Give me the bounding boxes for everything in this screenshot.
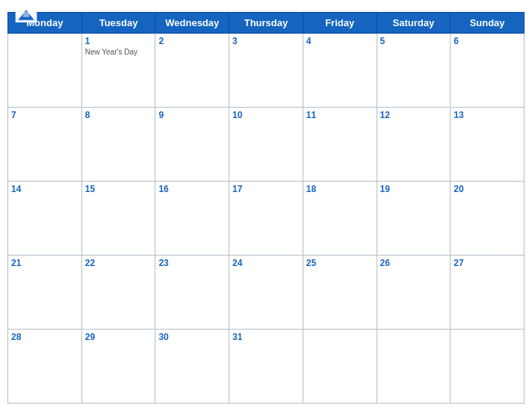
calendar-cell: 7 bbox=[8, 108, 82, 182]
calendar-cell: 6 bbox=[451, 34, 525, 108]
day-number: 10 bbox=[232, 110, 300, 120]
calendar-cell: 11 bbox=[303, 108, 377, 182]
calendar-cell: 1New Year's Day bbox=[81, 34, 155, 108]
day-number: 4 bbox=[306, 36, 374, 46]
day-number: 24 bbox=[232, 258, 300, 268]
weekday-header-saturday: Saturday bbox=[377, 13, 451, 34]
calendar-cell bbox=[451, 330, 525, 404]
day-number: 18 bbox=[306, 184, 374, 194]
calendar-cell bbox=[303, 330, 377, 404]
day-number: 7 bbox=[11, 110, 78, 120]
day-number: 6 bbox=[454, 36, 521, 46]
calendar-cell: 3 bbox=[229, 34, 303, 108]
calendar-cell: 17 bbox=[229, 182, 303, 256]
calendar-cell: 22 bbox=[81, 256, 155, 330]
weekday-header-wednesday: Wednesday bbox=[155, 13, 229, 34]
calendar-table: MondayTuesdayWednesdayThursdayFridaySatu… bbox=[7, 12, 525, 404]
calendar-cell: 16 bbox=[155, 182, 229, 256]
day-number: 27 bbox=[454, 258, 521, 268]
weekday-header-sunday: Sunday bbox=[451, 13, 525, 34]
calendar-cell: 20 bbox=[451, 182, 525, 256]
day-number: 21 bbox=[11, 258, 78, 268]
day-number: 29 bbox=[85, 332, 152, 342]
calendar-cell: 13 bbox=[451, 108, 525, 182]
day-number: 12 bbox=[380, 110, 448, 120]
calendar-cell: 23 bbox=[155, 256, 229, 330]
calendar-cell: 12 bbox=[377, 108, 451, 182]
calendar-cell: 18 bbox=[303, 182, 377, 256]
calendar-cell: 15 bbox=[81, 182, 155, 256]
calendar-cell bbox=[377, 330, 451, 404]
calendar-cell: 31 bbox=[229, 330, 303, 404]
calendar-cell: 10 bbox=[229, 108, 303, 182]
calendar-cell: 4 bbox=[303, 34, 377, 108]
day-number: 9 bbox=[158, 110, 226, 120]
calendar-week-row: 21222324252627 bbox=[8, 256, 525, 330]
calendar-cell: 8 bbox=[81, 108, 155, 182]
day-number: 28 bbox=[11, 332, 78, 342]
day-number: 22 bbox=[85, 258, 152, 268]
day-number: 8 bbox=[85, 110, 152, 120]
generalblue-logo-icon bbox=[15, 7, 37, 22]
calendar-cell: 28 bbox=[8, 330, 82, 404]
day-number: 30 bbox=[158, 332, 226, 342]
calendar-cell: 19 bbox=[377, 182, 451, 256]
day-number: 2 bbox=[158, 36, 226, 46]
weekday-header-tuesday: Tuesday bbox=[81, 13, 155, 34]
day-number: 23 bbox=[158, 258, 226, 268]
day-event: New Year's Day bbox=[85, 48, 152, 56]
calendar-cell: 21 bbox=[8, 256, 82, 330]
day-number: 15 bbox=[85, 184, 152, 194]
day-number: 20 bbox=[454, 184, 521, 194]
calendar-week-row: 1New Year's Day23456 bbox=[8, 34, 525, 108]
calendar-cell: 9 bbox=[155, 108, 229, 182]
day-number: 19 bbox=[380, 184, 448, 194]
calendar-cell: 30 bbox=[155, 330, 229, 404]
calendar-week-row: 78910111213 bbox=[8, 108, 525, 182]
day-number: 1 bbox=[85, 36, 152, 46]
logo-area bbox=[15, 7, 40, 22]
weekday-header-row: MondayTuesdayWednesdayThursdayFridaySatu… bbox=[8, 13, 525, 34]
calendar-cell: 5 bbox=[377, 34, 451, 108]
calendar-cell: 27 bbox=[451, 256, 525, 330]
calendar-cell: 24 bbox=[229, 256, 303, 330]
day-number: 5 bbox=[380, 36, 448, 46]
day-number: 13 bbox=[454, 110, 521, 120]
day-number: 16 bbox=[158, 184, 226, 194]
day-number: 31 bbox=[232, 332, 300, 342]
day-number: 17 bbox=[232, 184, 300, 194]
day-number: 11 bbox=[306, 110, 374, 120]
day-number: 14 bbox=[11, 184, 78, 194]
calendar-cell: 25 bbox=[303, 256, 377, 330]
weekday-header-friday: Friday bbox=[303, 13, 377, 34]
day-number: 3 bbox=[232, 36, 300, 46]
day-number: 25 bbox=[306, 258, 374, 268]
calendar-cell: 2 bbox=[155, 34, 229, 108]
svg-rect-3 bbox=[23, 12, 30, 17]
day-number: 26 bbox=[380, 258, 448, 268]
weekday-header-thursday: Thursday bbox=[229, 13, 303, 34]
calendar-container: MondayTuesdayWednesdayThursdayFridaySatu… bbox=[0, 0, 532, 411]
calendar-cell bbox=[8, 34, 82, 108]
calendar-week-row: 28293031 bbox=[8, 330, 525, 404]
calendar-week-row: 14151617181920 bbox=[8, 182, 525, 256]
calendar-cell: 14 bbox=[8, 182, 82, 256]
calendar-cell: 29 bbox=[81, 330, 155, 404]
calendar-cell: 26 bbox=[377, 256, 451, 330]
